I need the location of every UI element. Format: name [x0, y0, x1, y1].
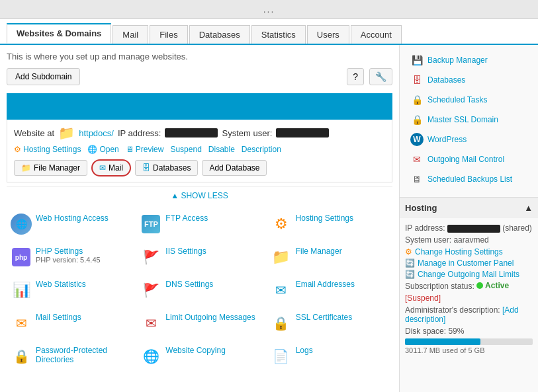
databases-sidebar-link[interactable]: Databases [427, 75, 465, 85]
backup-manager-icon: 💾 [410, 54, 424, 67]
change-hosting-settings-link[interactable]: ⚙ Change Hosting Settings [405, 247, 533, 256]
add-database-quick-btn[interactable]: Add Database [202, 160, 267, 176]
ssl-certificates-text: SSL Certificates [296, 313, 353, 322]
right-sidebar: 💾 Backup Manager 🗄 Databases 🔒 Scheduled… [399, 45, 538, 392]
file-manager-feat-icon: 📁 [271, 247, 292, 268]
ip-address-value [165, 128, 218, 137]
web-hosting-access-label: Web Hosting Access [36, 214, 109, 223]
system-user-value [276, 128, 329, 137]
hosting-header[interactable]: Hosting ▲ [400, 198, 538, 218]
scheduled-backups-icon: 🖥 [410, 173, 424, 186]
feature-email-addresses[interactable]: ✉ Email Addresses [267, 276, 392, 305]
mail-settings-label: Mail Settings [36, 313, 81, 322]
add-database-label: Add Database [209, 163, 259, 173]
feature-web-statistics[interactable]: 📊 Web Statistics [7, 276, 132, 305]
change-outgoing-mail-link[interactable]: 🔄 Change Outgoing Mail Limits [405, 270, 533, 279]
ssl-certificates-icon: 🔒 [271, 313, 292, 334]
feature-hosting-settings[interactable]: ⚙ Hosting Settings [267, 210, 392, 239]
logs-icon: 📄 [271, 346, 292, 367]
outgoing-mail-icon: ✉ [410, 153, 424, 166]
tab-account[interactable]: Account [351, 25, 402, 44]
open-label: Open [99, 145, 118, 154]
description-label: Description [242, 145, 281, 154]
disable-link[interactable]: Disable [208, 145, 235, 154]
file-manager-feat-label: File Manager [296, 247, 342, 256]
hosting-settings-link[interactable]: ⚙ Hosting Settings [14, 145, 81, 154]
preview-link[interactable]: 🖥 Preview [126, 145, 164, 154]
iis-settings-text: IIS Settings [165, 247, 206, 256]
help-button[interactable]: ? [347, 68, 364, 85]
tab-databases[interactable]: Databases [189, 25, 250, 44]
feature-ssl-certificates[interactable]: 🔒 SSL Certificates [267, 309, 392, 338]
sidebar-item-wordpress[interactable]: W WordPress [405, 130, 533, 149]
email-addresses-label: Email Addresses [296, 280, 355, 289]
limit-outgoing-label: Limit Outgoing Messages [165, 313, 255, 322]
tab-users[interactable]: Users [307, 25, 349, 44]
feature-password-protected[interactable]: 🔒 Password-Protected Directories [7, 342, 132, 371]
hosting-sysuser-value: aaravmed [453, 235, 488, 245]
databases-quick-icon: 🗄 [142, 163, 150, 173]
outgoing-mail-link[interactable]: Outgoing Mail Control [427, 155, 504, 164]
scheduled-backups-link[interactable]: Scheduled Backups List [427, 175, 512, 184]
suspend-link[interactable]: Suspend [170, 145, 201, 154]
feature-file-manager[interactable]: 📁 File Manager [267, 243, 392, 272]
tab-files[interactable]: Files [150, 25, 187, 44]
feature-ftp-access[interactable]: FTP FTP Access [136, 210, 262, 239]
hosting-title: Hosting [405, 203, 437, 213]
php-settings-icon: php [11, 247, 32, 268]
sidebar-item-scheduled-tasks[interactable]: 🔒 Scheduled Tasks [405, 90, 533, 110]
limit-outgoing-text: Limit Outgoing Messages [165, 313, 255, 322]
sidebar-item-databases[interactable]: 🗄 Databases [405, 70, 533, 90]
scheduled-tasks-link[interactable]: Scheduled Tasks [427, 95, 488, 104]
quick-links: 📁 File Manager ✉ Mail 🗄 Databases Add Da… [14, 159, 385, 176]
change-outgoing-icon: 🔄 [405, 270, 415, 279]
password-protected-icon: 🔒 [11, 346, 32, 367]
toolbar: Add Subdomain ? 🔧 [7, 68, 392, 85]
sidebar-item-outgoing-mail[interactable]: ✉ Outgoing Mail Control [405, 149, 533, 169]
tab-mail[interactable]: Mail [112, 25, 148, 44]
menu-dots[interactable]: ... [263, 4, 275, 15]
description-link[interactable]: Description [242, 145, 281, 154]
add-subdomain-button[interactable]: Add Subdomain [7, 68, 80, 85]
feature-iis-settings[interactable]: 🚩 IIS Settings [136, 243, 262, 272]
wordpress-link[interactable]: WordPress [427, 135, 467, 144]
backup-manager-link[interactable]: Backup Manager [427, 56, 488, 65]
hosting-collapse-icon: ▲ [524, 203, 533, 213]
feature-dns-settings[interactable]: 🚩 DNS Settings [136, 276, 262, 305]
httpdocs-link[interactable]: httpdocs/ [79, 128, 114, 138]
settings-button[interactable]: 🔧 [369, 68, 392, 85]
feature-limit-outgoing[interactable]: ✉ Limit Outgoing Messages [136, 309, 262, 338]
master-ssl-icon: 🔒 [410, 113, 424, 126]
feature-website-copying[interactable]: 🌐 Website Copying [136, 342, 262, 371]
mail-quick-icon: ✉ [99, 163, 106, 173]
show-less-bar[interactable]: ▲ SHOW LESS [7, 186, 392, 204]
mail-quick-btn[interactable]: ✉ Mail [91, 159, 131, 176]
page-description: This is where you set up and manage webs… [7, 52, 392, 61]
hosting-ip-suffix: (shared) [502, 223, 532, 233]
site-info: Website at 📁 httpdocs/ IP address: Syste… [7, 120, 392, 182]
feature-php-settings[interactable]: php PHP Settings PHP version: 5.4.45 [7, 243, 132, 272]
sidebar-item-master-ssl[interactable]: 🔒 Master SSL Domain [405, 110, 533, 130]
open-link[interactable]: 🌐 Open [87, 145, 118, 154]
subscription-status-label: Subscription status: [405, 282, 474, 291]
manage-customer-panel-link[interactable]: 🔄 Manage in Customer Panel [405, 258, 533, 268]
disk-space-percent: 59% [448, 327, 464, 336]
email-addresses-icon: ✉ [271, 280, 292, 301]
master-ssl-link[interactable]: Master SSL Domain [427, 115, 498, 124]
sidebar-item-backup-manager[interactable]: 💾 Backup Manager [405, 50, 533, 70]
status-badge: Active [476, 281, 509, 290]
wordpress-icon: W [410, 133, 424, 146]
databases-quick-btn[interactable]: 🗄 Databases [135, 160, 198, 176]
feature-logs[interactable]: 📄 Logs [267, 342, 392, 371]
tab-websites-domains[interactable]: Websites & Domains [7, 23, 111, 44]
suspend-action-link[interactable]: [Suspend] [405, 294, 441, 303]
ftp-access-icon: FTP [140, 214, 161, 235]
web-statistics-icon: 📊 [11, 280, 32, 301]
feature-web-hosting-access[interactable]: 🌐 Web Hosting Access [7, 210, 132, 239]
feature-mail-settings[interactable]: ✉ Mail Settings [7, 309, 132, 338]
file-manager-quick-btn[interactable]: 📁 File Manager [14, 160, 87, 176]
tab-statistics[interactable]: Statistics [251, 25, 306, 44]
file-manager-feat-text: File Manager [296, 247, 342, 256]
sidebar-item-scheduled-backups[interactable]: 🖥 Scheduled Backups List [405, 169, 533, 189]
manage-customer-label: Manage in Customer Panel [418, 258, 514, 268]
